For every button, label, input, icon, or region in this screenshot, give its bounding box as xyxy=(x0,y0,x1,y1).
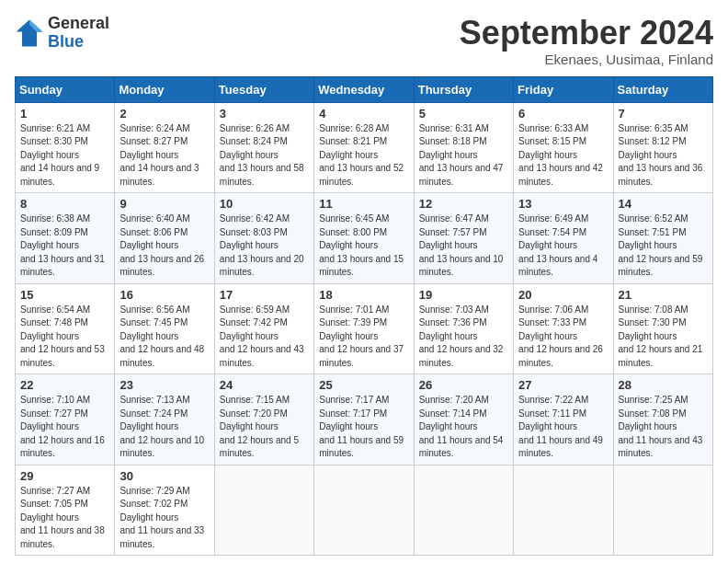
day-number: 6 xyxy=(518,107,608,121)
logo-general: General xyxy=(48,15,109,33)
calendar-week-row: 15 Sunrise: 6:54 AM Sunset: 7:48 PM Dayl… xyxy=(16,283,713,374)
calendar-cell: 7 Sunrise: 6:35 AM Sunset: 8:12 PM Dayli… xyxy=(613,102,712,193)
location-subtitle: Ekenaes, Uusimaa, Finland xyxy=(460,52,713,67)
calendar-cell: 9 Sunrise: 6:40 AM Sunset: 8:06 PM Dayli… xyxy=(115,193,214,284)
day-number: 14 xyxy=(619,197,708,211)
header-sunday: Sunday xyxy=(16,76,115,102)
day-number: 9 xyxy=(119,197,209,211)
day-detail: Sunrise: 6:35 AM Sunset: 8:12 PM Dayligh… xyxy=(619,122,708,190)
header-tuesday: Tuesday xyxy=(214,76,313,102)
day-number: 20 xyxy=(518,288,608,302)
day-number: 23 xyxy=(119,378,209,392)
calendar-cell: 29 Sunrise: 7:27 AM Sunset: 7:05 PM Dayl… xyxy=(16,465,115,556)
day-number: 7 xyxy=(619,107,708,121)
calendar-cell: 25 Sunrise: 7:17 AM Sunset: 7:17 PM Dayl… xyxy=(314,374,414,465)
day-detail: Sunrise: 6:31 AM Sunset: 8:18 PM Dayligh… xyxy=(419,122,508,190)
day-number: 5 xyxy=(419,107,508,121)
calendar-cell: 6 Sunrise: 6:33 AM Sunset: 8:15 PM Dayli… xyxy=(514,102,613,193)
calendar-cell xyxy=(314,465,414,556)
day-detail: Sunrise: 7:03 AM Sunset: 7:36 PM Dayligh… xyxy=(419,304,508,371)
calendar-cell xyxy=(414,465,513,556)
calendar-cell: 4 Sunrise: 6:28 AM Sunset: 8:21 PM Dayli… xyxy=(314,102,414,193)
day-detail: Sunrise: 7:13 AM Sunset: 7:24 PM Dayligh… xyxy=(119,394,209,461)
day-detail: Sunrise: 7:20 AM Sunset: 7:14 PM Dayligh… xyxy=(419,394,508,461)
day-number: 28 xyxy=(619,378,708,392)
day-number: 15 xyxy=(20,288,109,302)
day-number: 25 xyxy=(319,378,408,392)
logo: General Blue xyxy=(15,15,109,52)
calendar-week-row: 1 Sunrise: 6:21 AM Sunset: 8:30 PM Dayli… xyxy=(16,102,713,193)
day-number: 10 xyxy=(220,197,309,211)
day-detail: Sunrise: 6:26 AM Sunset: 8:24 PM Dayligh… xyxy=(220,122,309,190)
calendar-cell: 11 Sunrise: 6:45 AM Sunset: 8:00 PM Dayl… xyxy=(314,193,414,284)
day-detail: Sunrise: 6:42 AM Sunset: 8:03 PM Dayligh… xyxy=(220,213,309,280)
calendar-cell xyxy=(214,465,313,556)
day-detail: Sunrise: 6:52 AM Sunset: 7:51 PM Dayligh… xyxy=(619,213,708,280)
day-detail: Sunrise: 6:59 AM Sunset: 7:42 PM Dayligh… xyxy=(220,304,309,371)
day-number: 16 xyxy=(119,288,209,302)
day-detail: Sunrise: 6:47 AM Sunset: 7:57 PM Dayligh… xyxy=(419,213,508,280)
day-detail: Sunrise: 6:40 AM Sunset: 8:06 PM Dayligh… xyxy=(119,213,209,280)
day-detail: Sunrise: 6:45 AM Sunset: 8:00 PM Dayligh… xyxy=(319,213,408,280)
calendar-week-row: 29 Sunrise: 7:27 AM Sunset: 7:05 PM Dayl… xyxy=(16,465,713,556)
day-number: 11 xyxy=(319,197,408,211)
calendar-cell: 21 Sunrise: 7:08 AM Sunset: 7:30 PM Dayl… xyxy=(613,283,712,374)
day-detail: Sunrise: 6:33 AM Sunset: 8:15 PM Dayligh… xyxy=(518,122,608,190)
header-wednesday: Wednesday xyxy=(314,76,414,102)
day-number: 13 xyxy=(518,197,608,211)
calendar-cell: 16 Sunrise: 6:56 AM Sunset: 7:45 PM Dayl… xyxy=(115,283,214,374)
calendar-cell: 22 Sunrise: 7:10 AM Sunset: 7:27 PM Dayl… xyxy=(16,374,115,465)
header-thursday: Thursday xyxy=(414,76,513,102)
day-detail: Sunrise: 6:28 AM Sunset: 8:21 PM Dayligh… xyxy=(319,122,408,190)
month-title: September 2024 xyxy=(460,15,713,52)
day-number: 4 xyxy=(319,107,408,121)
calendar-cell: 1 Sunrise: 6:21 AM Sunset: 8:30 PM Dayli… xyxy=(16,102,115,193)
calendar-cell: 20 Sunrise: 7:06 AM Sunset: 7:33 PM Dayl… xyxy=(514,283,613,374)
day-number: 24 xyxy=(220,378,309,392)
header-friday: Friday xyxy=(514,76,613,102)
day-number: 1 xyxy=(20,107,109,121)
calendar-cell: 10 Sunrise: 6:42 AM Sunset: 8:03 PM Dayl… xyxy=(214,193,313,284)
calendar-cell: 8 Sunrise: 6:38 AM Sunset: 8:09 PM Dayli… xyxy=(16,193,115,284)
day-number: 17 xyxy=(220,288,309,302)
day-detail: Sunrise: 7:15 AM Sunset: 7:20 PM Dayligh… xyxy=(220,394,309,461)
calendar-cell: 30 Sunrise: 7:29 AM Sunset: 7:02 PM Dayl… xyxy=(115,465,214,556)
calendar-cell: 15 Sunrise: 6:54 AM Sunset: 7:48 PM Dayl… xyxy=(16,283,115,374)
calendar-cell: 13 Sunrise: 6:49 AM Sunset: 7:54 PM Dayl… xyxy=(514,193,613,284)
calendar-cell: 18 Sunrise: 7:01 AM Sunset: 7:39 PM Dayl… xyxy=(314,283,414,374)
day-detail: Sunrise: 7:08 AM Sunset: 7:30 PM Dayligh… xyxy=(619,304,708,371)
calendar-cell: 2 Sunrise: 6:24 AM Sunset: 8:27 PM Dayli… xyxy=(115,102,214,193)
day-number: 26 xyxy=(419,378,508,392)
day-number: 3 xyxy=(220,107,309,121)
day-detail: Sunrise: 7:01 AM Sunset: 7:39 PM Dayligh… xyxy=(319,304,408,371)
calendar-cell: 28 Sunrise: 7:25 AM Sunset: 7:08 PM Dayl… xyxy=(613,374,712,465)
calendar-cell: 3 Sunrise: 6:26 AM Sunset: 8:24 PM Dayli… xyxy=(214,102,313,193)
day-detail: Sunrise: 6:49 AM Sunset: 7:54 PM Dayligh… xyxy=(518,213,608,280)
day-number: 21 xyxy=(619,288,708,302)
calendar-cell xyxy=(613,465,712,556)
calendar-header-row: SundayMondayTuesdayWednesdayThursdayFrid… xyxy=(16,76,713,102)
day-detail: Sunrise: 6:54 AM Sunset: 7:48 PM Dayligh… xyxy=(20,304,109,371)
day-number: 27 xyxy=(518,378,608,392)
logo-blue: Blue xyxy=(48,33,109,52)
calendar-cell: 12 Sunrise: 6:47 AM Sunset: 7:57 PM Dayl… xyxy=(414,193,513,284)
calendar-cell: 14 Sunrise: 6:52 AM Sunset: 7:51 PM Dayl… xyxy=(613,193,712,284)
day-detail: Sunrise: 7:22 AM Sunset: 7:11 PM Dayligh… xyxy=(518,394,608,461)
calendar-cell: 27 Sunrise: 7:22 AM Sunset: 7:11 PM Dayl… xyxy=(514,374,613,465)
calendar-cell: 24 Sunrise: 7:15 AM Sunset: 7:20 PM Dayl… xyxy=(214,374,313,465)
day-detail: Sunrise: 6:21 AM Sunset: 8:30 PM Dayligh… xyxy=(20,122,109,190)
day-number: 19 xyxy=(419,288,508,302)
logo-icon xyxy=(15,18,44,48)
calendar-cell: 19 Sunrise: 7:03 AM Sunset: 7:36 PM Dayl… xyxy=(414,283,513,374)
day-detail: Sunrise: 7:25 AM Sunset: 7:08 PM Dayligh… xyxy=(619,394,708,461)
title-area: September 2024 Ekenaes, Uusimaa, Finland xyxy=(460,15,713,67)
day-detail: Sunrise: 7:10 AM Sunset: 7:27 PM Dayligh… xyxy=(20,394,109,461)
day-detail: Sunrise: 6:24 AM Sunset: 8:27 PM Dayligh… xyxy=(119,122,209,190)
header-saturday: Saturday xyxy=(613,76,712,102)
day-detail: Sunrise: 6:38 AM Sunset: 8:09 PM Dayligh… xyxy=(20,213,109,280)
day-number: 2 xyxy=(119,107,209,121)
calendar-cell: 23 Sunrise: 7:13 AM Sunset: 7:24 PM Dayl… xyxy=(115,374,214,465)
day-number: 22 xyxy=(20,378,109,392)
calendar-cell: 17 Sunrise: 6:59 AM Sunset: 7:42 PM Dayl… xyxy=(214,283,313,374)
day-detail: Sunrise: 7:17 AM Sunset: 7:17 PM Dayligh… xyxy=(319,394,408,461)
